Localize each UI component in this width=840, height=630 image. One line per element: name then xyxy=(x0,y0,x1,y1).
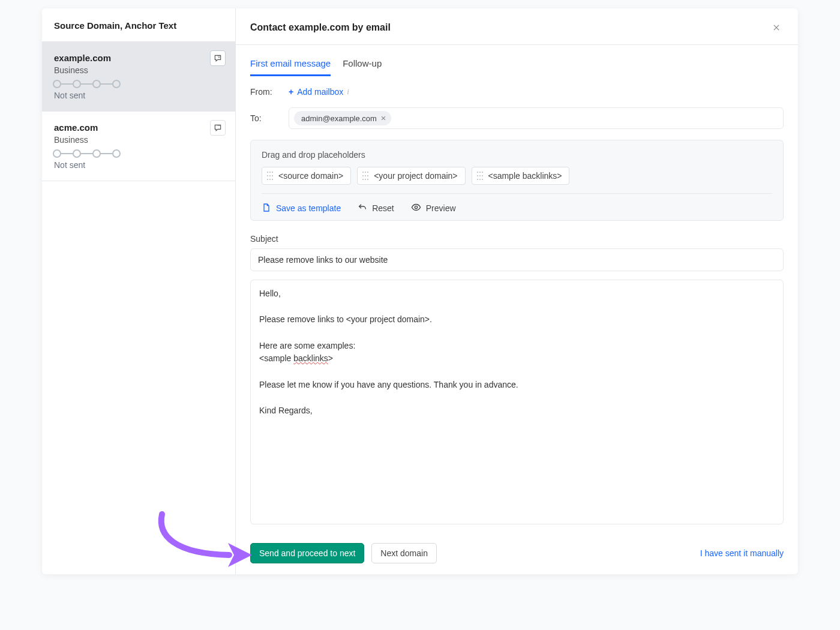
undo-icon xyxy=(358,203,367,214)
svg-rect-9 xyxy=(362,172,364,173)
main-panel: Contact example.com by email First email… xyxy=(236,8,798,574)
recipient-chip[interactable]: admin@example.com xyxy=(294,111,391,125)
subject-input[interactable] xyxy=(250,248,784,271)
domain-status: Not sent xyxy=(54,91,223,100)
svg-rect-1 xyxy=(269,172,271,173)
svg-rect-8 xyxy=(272,179,273,180)
preview-button[interactable]: Preview xyxy=(411,202,456,214)
svg-rect-21 xyxy=(477,175,478,176)
from-label: From: xyxy=(250,87,289,97)
message-icon[interactable] xyxy=(210,120,226,136)
info-icon[interactable]: i xyxy=(347,87,349,97)
placeholders-title: Drag and drop placeholders xyxy=(262,150,772,160)
svg-rect-3 xyxy=(267,175,268,176)
svg-rect-4 xyxy=(269,175,271,176)
domain-list: example.com Business Not sent xyxy=(42,42,235,574)
body-textarea[interactable]: Hello, Please remove links to <your proj… xyxy=(250,280,784,524)
progress-indicator xyxy=(54,83,223,85)
svg-rect-10 xyxy=(365,172,366,173)
footer: Send and proceed to next Next domain I h… xyxy=(236,535,798,574)
to-label: To: xyxy=(250,113,289,123)
page-title: Contact example.com by email xyxy=(250,22,769,33)
close-icon[interactable] xyxy=(380,113,386,123)
svg-rect-23 xyxy=(482,175,483,176)
svg-rect-22 xyxy=(479,175,481,176)
domain-item[interactable]: example.com Business Not sent xyxy=(42,42,235,112)
send-proceed-button[interactable]: Send and proceed to next xyxy=(250,543,364,563)
domain-category: Business xyxy=(54,65,223,75)
to-input[interactable]: admin@example.com xyxy=(289,107,784,129)
svg-rect-7 xyxy=(269,179,271,180)
svg-rect-15 xyxy=(362,179,364,180)
next-domain-button[interactable]: Next domain xyxy=(371,543,437,563)
save-template-button[interactable]: Save as template xyxy=(262,203,341,214)
chip-label: admin@example.com xyxy=(301,114,377,123)
main-header: Contact example.com by email xyxy=(236,8,798,45)
svg-rect-26 xyxy=(482,179,483,180)
svg-rect-20 xyxy=(482,172,483,173)
tabs: First email message Follow-up xyxy=(250,56,784,76)
chip-label: <your project domain> xyxy=(374,171,457,181)
svg-rect-25 xyxy=(479,179,481,180)
svg-rect-19 xyxy=(479,172,481,173)
placeholder-chips: <source domain> <your project domain> xyxy=(262,167,772,185)
svg-rect-0 xyxy=(267,172,268,173)
plus-icon: + xyxy=(289,87,293,97)
chip-label: <source domain> xyxy=(278,171,343,181)
eye-icon xyxy=(411,202,421,214)
placeholder-chip[interactable]: <your project domain> xyxy=(357,167,465,185)
grip-icon xyxy=(267,171,274,181)
svg-rect-17 xyxy=(367,179,368,180)
domain-status: Not sent xyxy=(54,160,223,170)
reset-button[interactable]: Reset xyxy=(358,203,394,214)
placeholder-chip[interactable]: <source domain> xyxy=(262,167,351,185)
close-icon[interactable] xyxy=(769,20,784,35)
add-mailbox-label: Add mailbox xyxy=(297,87,343,97)
domain-category: Business xyxy=(54,135,223,145)
svg-rect-12 xyxy=(362,175,364,176)
action-label: Preview xyxy=(426,203,456,213)
svg-rect-18 xyxy=(477,172,478,173)
grip-icon xyxy=(477,171,484,181)
action-label: Reset xyxy=(372,203,394,213)
svg-point-27 xyxy=(415,206,417,208)
tab-first-email[interactable]: First email message xyxy=(250,56,331,76)
progress-indicator xyxy=(54,153,223,154)
sidebar: Source Domain, Anchor Text example.com B… xyxy=(42,8,236,574)
svg-rect-24 xyxy=(477,179,478,180)
svg-rect-14 xyxy=(367,175,368,176)
grip-icon xyxy=(362,171,369,181)
svg-rect-11 xyxy=(367,172,368,173)
to-row: To: admin@example.com xyxy=(250,107,784,129)
chip-label: <sample backlinks> xyxy=(488,171,562,181)
sidebar-header: Source Domain, Anchor Text xyxy=(42,8,235,42)
sent-manually-link[interactable]: I have sent it manually xyxy=(700,548,784,558)
tab-followup[interactable]: Follow-up xyxy=(343,56,382,76)
svg-rect-5 xyxy=(272,175,273,176)
add-mailbox-button[interactable]: + Add mailbox xyxy=(289,87,343,97)
subject-label: Subject xyxy=(250,234,784,244)
from-row: From: + Add mailbox i xyxy=(250,87,784,97)
main-body: First email message Follow-up From: + Ad… xyxy=(236,45,798,535)
svg-rect-2 xyxy=(272,172,273,173)
svg-rect-13 xyxy=(365,175,366,176)
domain-name: example.com xyxy=(54,53,223,63)
message-icon[interactable] xyxy=(210,50,226,66)
svg-rect-16 xyxy=(365,179,366,180)
svg-rect-6 xyxy=(267,179,268,180)
document-icon xyxy=(262,203,271,214)
contact-modal: Source Domain, Anchor Text example.com B… xyxy=(42,8,798,574)
placeholder-actions: Save as template Reset xyxy=(262,193,772,214)
domain-name: acme.com xyxy=(54,122,223,133)
domain-item[interactable]: acme.com Business Not sent xyxy=(42,112,235,181)
action-label: Save as template xyxy=(276,203,341,213)
placeholder-chip[interactable]: <sample backlinks> xyxy=(472,167,570,185)
placeholders-panel: Drag and drop placeholders <source domai… xyxy=(250,140,784,221)
